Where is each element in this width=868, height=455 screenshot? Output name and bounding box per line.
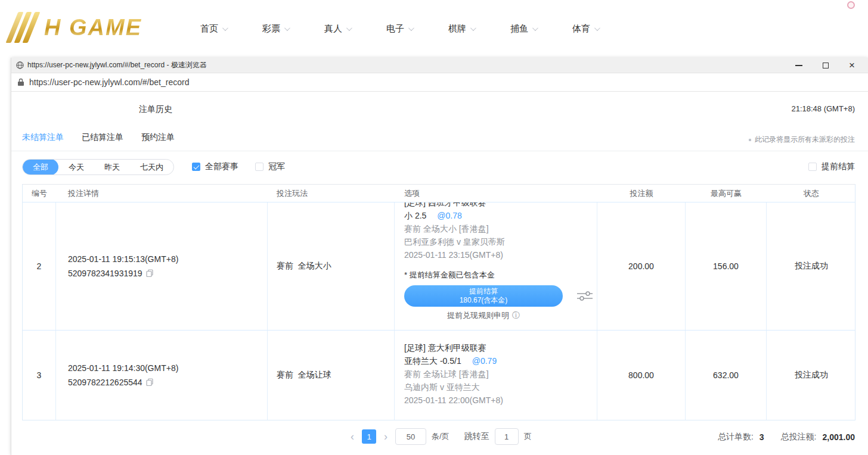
nav-label: 体育 <box>572 23 590 35</box>
col-no: 编号 <box>23 188 56 199</box>
col-selection: 选项 <box>395 188 597 199</box>
page-number-button[interactable]: 1 <box>362 429 376 444</box>
all-events-checkbox[interactable] <box>192 163 200 171</box>
chevron-down-icon <box>408 25 414 31</box>
date-option-all[interactable]: 全部 <box>23 159 58 175</box>
next-page-button[interactable]: › <box>382 431 390 442</box>
total-amount-label: 总投注额: <box>781 432 817 442</box>
bullet-icon <box>749 139 751 141</box>
all-events-label: 全部赛事 <box>205 161 238 172</box>
cell-amount: 200.00 <box>597 202 686 330</box>
globe-icon <box>16 61 24 69</box>
page-size-suffix: 条/页 <box>432 431 450 442</box>
selection-match: 乌迪内斯 v 亚特兰大 <box>404 381 597 394</box>
nav-item-live[interactable]: 真人 <box>324 23 351 35</box>
bet-id: 5209782341931919 <box>68 266 142 281</box>
nav-label: 电子 <box>386 23 404 35</box>
tab-unsettled[interactable]: 未结算注单 <box>22 132 64 143</box>
page-size-input[interactable] <box>395 428 426 445</box>
close-button[interactable]: × <box>849 60 855 70</box>
total-amount-value: 2,001.00 <box>823 432 855 442</box>
site-header: H GAME 首页 彩票 真人 电子 棋牌 捕鱼 体育 <box>0 0 868 58</box>
minimize-button[interactable] <box>795 65 802 66</box>
selection-odds: @0.79 <box>472 356 497 366</box>
selection-market: 赛前 全场让球 [香港盘] <box>404 367 597 381</box>
chevron-down-icon <box>346 25 352 31</box>
selection-pick: 小 2.5 <box>404 211 426 220</box>
table-header: 编号 投注详情 投注玩法 选项 投注额 最高可赢 状态 <box>23 185 855 202</box>
champion-label: 冠军 <box>268 161 285 172</box>
date-option-today[interactable]: 今天 <box>58 160 94 174</box>
champion-checkbox[interactable] <box>255 163 264 171</box>
cell-play: 赛前 全场大小 <box>268 202 395 330</box>
nav-item-sports[interactable]: 体育 <box>572 23 599 35</box>
cell-detail: 2025-01-11 19:14:30(GMT+8) 5209782212625… <box>56 331 268 420</box>
bet-time: 2025-01-11 19:15:13(GMT+8) <box>68 252 267 266</box>
browser-window: https://user-pc-new.jylywl.com/#/bet_rec… <box>11 58 868 455</box>
total-count-label: 总计单数: <box>718 432 754 442</box>
cell-status: 投注成功 <box>767 331 856 420</box>
jump-label: 跳转至 <box>464 431 489 442</box>
col-detail: 投注详情 <box>56 188 268 199</box>
date-option-yesterday[interactable]: 昨天 <box>94 160 130 174</box>
tab-reserved[interactable]: 预约注单 <box>141 132 175 143</box>
col-play: 投注玩法 <box>268 188 395 199</box>
site-logo[interactable]: H GAME <box>10 12 142 43</box>
early-settle-button[interactable]: 提前结算 180.67(含本金) <box>404 285 563 307</box>
logo-stripes-icon <box>10 12 41 43</box>
cell-maxwin: 156.00 <box>686 202 767 330</box>
info-icon[interactable]: ⓘ <box>512 310 520 321</box>
address-bar[interactable]: https://user-pc-new.jylywl.com/#/bet_rec… <box>11 73 868 92</box>
copy-icon[interactable] <box>146 378 154 387</box>
cell-no: 2 <box>23 202 56 330</box>
floating-widget-icon[interactable] <box>847 1 855 9</box>
early-settle-note: * 提前结算金额已包含本金 <box>404 269 597 281</box>
selection-market: 赛前 全场大小 [香港盘] <box>404 222 597 235</box>
cell-detail: 2025-01-11 19:15:13(GMT+8) 5209782341931… <box>56 202 268 330</box>
slider-settings-icon[interactable] <box>577 291 593 301</box>
prev-page-button[interactable]: ‹ <box>348 431 356 442</box>
cell-selection: [足球] 西班牙甲级联赛 小 2.5@0.78 赛前 全场大小 [香港盘] 巴利… <box>395 202 597 330</box>
pagination-totals: 总计单数: 3 总投注额: 2,001.00 <box>718 432 855 442</box>
filter-bar: 全部 今天 昨天 七天内 全部赛事 冠军 提前结算 <box>22 157 868 177</box>
nav-item-fishing[interactable]: 捕鱼 <box>510 23 537 35</box>
copy-icon[interactable] <box>146 269 154 278</box>
nav-label: 捕鱼 <box>510 23 528 35</box>
bet-time: 2025-01-11 19:14:30(GMT+8) <box>68 361 267 375</box>
cell-no: 3 <box>23 331 56 420</box>
selection-league: [足球] 意大利甲级联赛 <box>404 341 597 354</box>
tabs-row: 未结算注单 已结算注单 预约注单 此记录将显示所有未派彩的投注 <box>11 127 868 151</box>
maximize-button[interactable] <box>823 63 829 68</box>
selection-league: [足球] 西班牙甲级联赛 <box>404 202 597 209</box>
cell-selection: [足球] 意大利甲级联赛 亚特兰大 -0.5/1@0.79 赛前 全场让球 [香… <box>395 331 597 420</box>
browser-titlebar[interactable]: https://user-pc-new.jylywl.com/#/bet_rec… <box>11 58 868 73</box>
nav-item-lottery[interactable]: 彩票 <box>262 23 289 35</box>
nav-item-home[interactable]: 首页 <box>200 23 227 35</box>
tabs: 未结算注单 已结算注单 预约注单 <box>22 132 175 143</box>
jump-suffix: 页 <box>524 431 532 442</box>
nav-label: 真人 <box>324 23 342 35</box>
chevron-down-icon <box>532 25 538 31</box>
pagination-bar: ‹ 1 › 条/页 跳转至 页 总计单数: 3 总投注额: 2,001.00 <box>11 425 868 451</box>
chevron-down-icon <box>284 25 290 31</box>
chevron-down-icon <box>594 25 600 31</box>
cell-amount: 800.00 <box>597 331 686 420</box>
jump-page-input[interactable] <box>495 428 519 445</box>
window-title: https://user-pc-new.jylywl.com/#/bet_rec… <box>27 60 207 70</box>
nav-item-cards[interactable]: 棋牌 <box>448 23 475 35</box>
cell-status: 投注成功 <box>767 202 856 330</box>
selection-pick-line: 亚特兰大 -0.5/1@0.79 <box>404 354 597 367</box>
server-clock: 21:18:48 (GMT+8) <box>791 104 855 113</box>
tab-settled[interactable]: 已结算注单 <box>82 132 123 143</box>
early-cash-rule-link[interactable]: 提前兑现规则申明 ⓘ <box>404 310 563 321</box>
early-settle-checkbox[interactable] <box>808 163 817 171</box>
table-row: 3 2025-01-11 19:14:30(GMT+8) 52097822126… <box>23 331 855 420</box>
date-option-7days[interactable]: 七天内 <box>130 160 173 174</box>
nav-item-slots[interactable]: 电子 <box>386 23 413 35</box>
col-status: 状态 <box>767 188 856 199</box>
early-settle-button-amount: 180.67(含本金) <box>460 296 508 305</box>
early-settle-filter: 提前结算 <box>808 161 855 172</box>
champion-filter: 冠军 <box>255 161 285 172</box>
window-controls: × <box>795 60 863 70</box>
screen: H GAME 首页 彩票 真人 电子 棋牌 捕鱼 体育 https://user… <box>0 0 868 455</box>
